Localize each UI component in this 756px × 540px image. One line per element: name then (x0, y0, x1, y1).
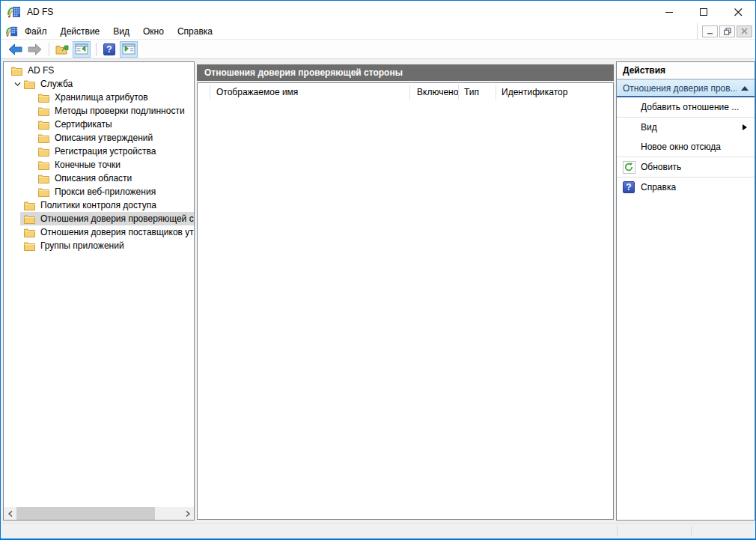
content-area: AD FS Служба Хранилища атрибутов (1, 59, 755, 523)
tree-item-application-groups[interactable]: Группы приложений (4, 239, 194, 252)
mdi-window-controls (697, 23, 755, 40)
tree-item-label: Сертификаты (55, 119, 112, 130)
tree-item-device-registration[interactable]: Регистрация устройства (4, 145, 194, 158)
tree-item-label: AD FS (28, 65, 54, 76)
statusbar (1, 523, 755, 539)
scroll-left-arrow-icon[interactable] (4, 507, 16, 520)
action-help[interactable]: ? Справка (617, 178, 755, 197)
toggle-console-tree-button[interactable] (73, 41, 91, 58)
help-button[interactable]: ? (100, 41, 118, 58)
tree-item-certificates[interactable]: Сертификаты (4, 118, 194, 131)
actions-group-header[interactable]: Отношения доверия пров... (617, 79, 755, 97)
mdi-restore-button[interactable] (719, 25, 735, 37)
forward-icon (28, 43, 42, 55)
tree-item-attribute-stores[interactable]: Хранилища атрибутов (4, 91, 194, 104)
tree-item-label: Служба (40, 79, 73, 89)
tree-item-adfs-root[interactable]: AD FS (4, 64, 194, 77)
export-list-button[interactable] (53, 41, 71, 58)
scrollbar-track[interactable] (16, 507, 181, 520)
tree-item-relying-party-trusts[interactable]: Отношения доверия проверяющей ст (4, 212, 194, 225)
tree-item-service[interactable]: Служба (4, 77, 194, 91)
menu-window[interactable]: Окно (136, 23, 171, 40)
mdi-restore-icon (724, 28, 731, 35)
titlebar: AD FS (1, 1, 755, 23)
forward-button[interactable] (25, 41, 43, 58)
folder-icon (38, 160, 49, 170)
tree-item-access-control-policies[interactable]: Политики контроля доступа (4, 198, 194, 212)
tree-item-label: Отношения доверия проверяющей ст (40, 213, 194, 224)
collapse-arrow-icon[interactable] (741, 86, 749, 91)
maximize-icon (700, 8, 708, 16)
column-display-name[interactable]: Отображаемое имя (216, 83, 298, 101)
mdi-close-icon (741, 28, 748, 34)
action-refresh[interactable]: Обновить (617, 157, 755, 177)
tree-item-label: Регистрация устройства (55, 146, 156, 157)
close-button[interactable] (721, 1, 755, 23)
tree-item-label: Описания области (55, 173, 132, 183)
results-panel: Отношения доверия проверяющей стороны От… (197, 61, 614, 521)
console-tree-icon (75, 43, 88, 55)
tree-item-label: Группы приложений (40, 240, 124, 251)
tree-item-claim-descriptions[interactable]: Описания утверждений (4, 131, 194, 145)
submenu-arrow-icon (743, 124, 747, 130)
action-pane-icon (122, 43, 135, 55)
tree-item-label: Конечные точки (55, 160, 121, 170)
results-list-body[interactable] (198, 101, 613, 519)
actions-panel-title: Действия (617, 62, 755, 79)
action-view[interactable]: Вид (617, 118, 755, 137)
action-add-relying-party-trust[interactable]: Добавить отношение ... (617, 97, 755, 117)
folder-icon (24, 214, 35, 224)
mdi-close-button[interactable] (737, 25, 752, 37)
column-identifier[interactable]: Идентификатор (502, 83, 567, 101)
tree-item-web-application-proxy[interactable]: Прокси веб-приложения (4, 185, 194, 198)
mdi-minimize-icon (707, 28, 713, 34)
maximize-button[interactable] (686, 1, 721, 23)
close-icon (734, 8, 743, 16)
statusbar-divider (691, 526, 692, 536)
refresh-icon (623, 161, 635, 174)
back-button[interactable] (6, 41, 24, 58)
action-new-window-from-here[interactable]: Новое окно отсюда (617, 137, 755, 157)
console-tree: AD FS Служба Хранилища атрибутов (4, 64, 194, 252)
column-separator[interactable] (210, 85, 210, 100)
scrollbar-thumb[interactable] (16, 507, 155, 520)
folder-icon (38, 106, 49, 116)
menu-action[interactable]: Действие (54, 23, 107, 40)
menu-view[interactable]: Вид (106, 23, 136, 40)
results-panel-title: Отношения доверия проверяющей стороны (197, 64, 614, 81)
actions-panel: Действия Отношения доверия пров... Добав… (616, 61, 755, 521)
results-list: Отображаемое имя Включено Тип Идентифика… (197, 82, 614, 520)
export-folder-icon (55, 43, 69, 55)
tree-item-endpoints[interactable]: Конечные точки (4, 158, 194, 172)
tree-item-label: Методы проверки подлинности (55, 106, 185, 116)
console-tree-panel: AD FS Служба Хранилища атрибутов (3, 61, 195, 521)
adfs-console-window: AD FS Файл Действие Вид Окно Справка (0, 0, 756, 540)
column-type[interactable]: Тип (464, 83, 479, 101)
tree-item-label: Описания утверждений (55, 133, 153, 143)
tree-item-claims-provider-trusts[interactable]: Отношения доверия поставщиков утв (4, 225, 194, 239)
statusbar-divider (617, 526, 618, 536)
mdi-minimize-button[interactable] (702, 25, 718, 37)
column-separator[interactable] (496, 85, 496, 100)
help-icon: ? (103, 43, 115, 55)
column-separator[interactable] (409, 85, 410, 100)
minimize-button[interactable] (652, 1, 686, 23)
column-separator[interactable] (458, 85, 459, 100)
folder-icon (24, 201, 35, 210)
folder-icon (38, 120, 49, 130)
menu-help[interactable]: Справка (171, 23, 219, 40)
help-icon: ? (623, 181, 635, 193)
tree-item-label: Прокси веб-приложения (55, 186, 156, 197)
tree-item-authentication-methods[interactable]: Методы проверки подлинности (4, 104, 194, 118)
toggle-action-pane-button[interactable] (120, 41, 138, 58)
tree-item-label: Политики контроля доступа (40, 200, 156, 210)
back-icon (8, 43, 22, 55)
scroll-right-arrow-icon[interactable] (181, 507, 194, 520)
folder-icon (11, 66, 22, 76)
menu-file[interactable]: Файл (18, 23, 54, 40)
window-title: AD FS (27, 7, 652, 17)
menubar: Файл Действие Вид Окно Справка (1, 23, 755, 40)
tree-item-scope-descriptions[interactable]: Описания области (4, 172, 194, 185)
column-enabled[interactable]: Включено (417, 83, 458, 101)
tree-horizontal-scrollbar[interactable] (4, 507, 194, 520)
